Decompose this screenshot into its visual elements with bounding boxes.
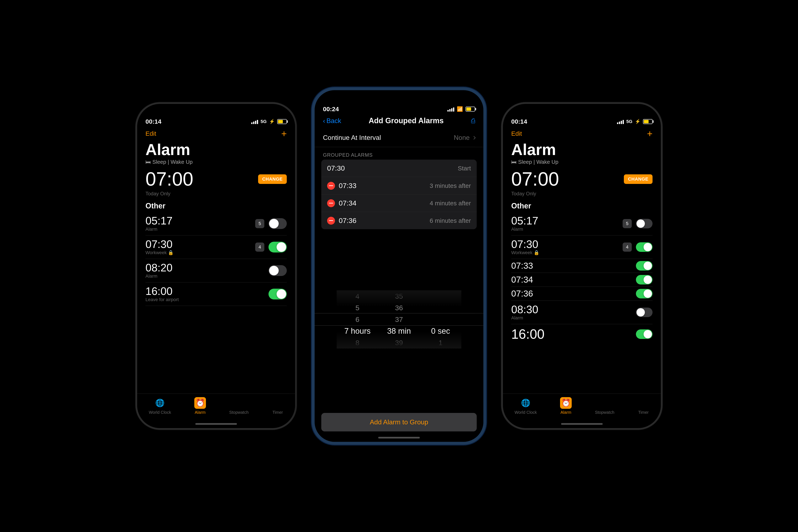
signal-type-left: 5G [261, 119, 267, 124]
toggle-0736-right[interactable] [636, 289, 652, 299]
picker-item-s-empty3 [420, 314, 461, 325]
repeat-badge-0730-left: 4 [255, 243, 264, 252]
phone-left-screen: 00:14 5G ⚡ Edit [137, 104, 295, 428]
toggle-knob-0820-left [269, 266, 279, 276]
tab-worldclock-right[interactable]: 🌐 World Clock [515, 397, 537, 415]
grouped-row-0734: 07:34 4 minutes after [321, 194, 477, 212]
grouped-time-0736: 07:36 [339, 216, 430, 225]
back-button[interactable]: ‹ Back [323, 117, 341, 125]
alarm-row-0730-left: 07:30 Workweek 🔒 4 [146, 235, 287, 259]
tab-stopwatch-left[interactable]: ⏱ Stopwatch [229, 397, 249, 415]
toggle-knob-0734-right [644, 276, 652, 284]
picker-col-minutes[interactable]: 35 36 37 38 min 39 40 41 [378, 290, 420, 348]
add-button-left[interactable]: + [281, 129, 287, 138]
other-header-right: Other [511, 202, 652, 210]
change-button-left[interactable]: CHANGE [258, 174, 287, 184]
time-picker[interactable]: 4 5 6 7 hours 8 9 10 35 [315, 229, 483, 410]
alarm-time-0517-left: 05:17 [146, 215, 255, 226]
repeat-badge-0730-right: 4 [623, 243, 632, 252]
tab-worldclock-label-left: World Clock [149, 410, 171, 415]
tab-timer-left[interactable]: ⏲ Timer [272, 397, 283, 415]
alarm-row-0820-left: 08:20 Alarm [146, 259, 287, 282]
picker-col-seconds[interactable]: 0 sec 1 2 3 [420, 290, 461, 348]
grouped-row-0730: 07:30 Start [321, 159, 477, 177]
sleep-time-row-left: 07:00 CHANGE [146, 168, 287, 190]
alarm-row-1600-right: 16:00 [511, 324, 652, 344]
content-right: Edit + Alarm 🛏 Sleep | Wake Up 07:00 CHA… [503, 127, 661, 394]
share-button[interactable]: ⎙ [471, 117, 475, 125]
today-only-left: Today Only [146, 191, 287, 196]
signal-icon-center [448, 107, 454, 112]
alarm-time-0820-left: 08:20 [146, 262, 268, 273]
alarm-row-0736-right: 07:36 [511, 287, 652, 301]
repeat-badge-0517-left: 5 [255, 219, 264, 228]
scene: 00:14 5G ⚡ Edit [0, 0, 798, 532]
tab-worldclock-left[interactable]: 🌐 World Clock [149, 397, 171, 415]
toggle-0830-right[interactable] [636, 308, 652, 317]
grouped-time-0730: 07:30 [327, 164, 458, 172]
remove-0734-button[interactable] [327, 199, 335, 207]
alarm-label-0517-right: Alarm [511, 227, 623, 232]
alarm-label-0730-left: Workweek 🔒 [146, 250, 255, 255]
status-bar-center: 00:24 📶 [315, 104, 483, 114]
phone-center: 00:24 📶 ‹ [312, 87, 486, 445]
stopwatch-icon-left: ⏱ [233, 397, 245, 409]
toggle-knob-0733-right [644, 262, 652, 270]
tab-alarm-right[interactable]: ⏰ Alarm [560, 397, 572, 415]
grouped-row-0733: 07:33 3 minutes after [321, 177, 477, 194]
content-left: Edit + Alarm 🛏 Sleep | Wake Up 07:00 CHA… [137, 127, 295, 394]
grouped-section-title: GROUPED ALARMS [315, 147, 483, 159]
toggle-0734-right[interactable] [636, 275, 652, 285]
tab-stopwatch-right[interactable]: ⏱ Stopwatch [595, 397, 614, 415]
alarm-icon-right: ⏰ [560, 397, 572, 409]
toggle-knob-0736-right [644, 289, 652, 298]
toggle-0820-left[interactable] [268, 265, 287, 276]
toggle-1600-left[interactable] [268, 289, 287, 300]
toggle-0517-left[interactable] [268, 218, 287, 229]
phone-right-screen: 00:14 5G ⚡ Edit [503, 104, 661, 428]
tab-alarm-left[interactable]: ⏰ Alarm [194, 397, 206, 415]
alarm-label-1600-left: Leave for airport [146, 297, 268, 302]
stopwatch-icon-right: ⏱ [599, 397, 611, 409]
toggle-0517-right[interactable] [636, 219, 652, 228]
sleep-time-left: 07:00 [146, 168, 193, 190]
status-icons-right: 5G ⚡ [617, 119, 652, 124]
toggle-0730-left[interactable] [268, 242, 287, 252]
continue-interval-row[interactable]: Continue At Interval None [315, 129, 483, 147]
alarm-time-0736-right: 07:36 [511, 289, 636, 298]
change-button-right[interactable]: CHANGE [624, 174, 652, 184]
worldclock-icon-right: 🌐 [520, 397, 532, 409]
picker-col-hours[interactable]: 4 5 6 7 hours 8 9 10 [337, 290, 378, 348]
alarm-row-0734-right: 07:34 [511, 273, 652, 287]
back-label[interactable]: Back [326, 117, 341, 125]
alarm-icon-left: ⏰ [194, 397, 206, 409]
picker-item-m37: 37 [378, 314, 420, 325]
signal-icon-left [251, 119, 258, 124]
picker-item-h7-selected: 7 hours [337, 325, 378, 337]
remove-0733-button[interactable] [327, 182, 335, 190]
sleep-wake-right: 🛏 Sleep | Wake Up [511, 159, 652, 165]
toggle-0730-right[interactable] [636, 242, 652, 252]
picker-item-m35: 35 [378, 290, 420, 302]
charging-icon-left: ⚡ [269, 119, 275, 124]
nav-title: Add Grouped Alarms [369, 116, 444, 125]
tab-stopwatch-label-right: Stopwatch [595, 410, 614, 415]
edit-button-left[interactable]: Edit [146, 130, 156, 137]
edit-button-right[interactable]: Edit [511, 130, 522, 137]
picker-item-h5: 5 [337, 302, 378, 314]
add-button-right[interactable]: + [647, 129, 652, 138]
continue-value: None [454, 134, 475, 141]
sleep-wake-left: 🛏 Sleep | Wake Up [146, 159, 287, 165]
toggle-0733-right[interactable] [636, 261, 652, 270]
toggle-1600-right[interactable] [636, 329, 652, 339]
add-alarm-button[interactable]: Add Alarm to Group [321, 413, 477, 432]
remove-0736-button[interactable] [327, 217, 335, 225]
toggle-knob-1600-right [644, 330, 652, 338]
picker-item-m38-selected: 38 min [378, 325, 420, 337]
alarm-row-0517-right: 05:17 Alarm 5 [511, 212, 652, 235]
picker-columns: 4 5 6 7 hours 8 9 10 35 [337, 290, 461, 348]
toggle-knob-0517-left [269, 219, 279, 228]
toggle-knob-1600-left [277, 289, 286, 299]
tab-timer-right[interactable]: ⏲ Timer [638, 397, 649, 415]
alarm-time-1600-right: 16:00 [511, 327, 636, 341]
